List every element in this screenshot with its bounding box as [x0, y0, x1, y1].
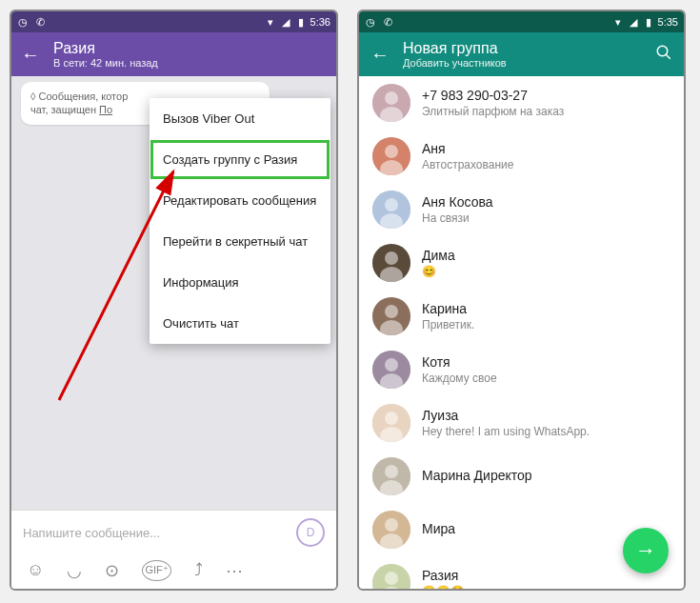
contact-name: Марина Директор: [422, 468, 532, 483]
contact-row[interactable]: АняАвтострахование: [359, 130, 684, 183]
contact-status: 😊: [422, 265, 455, 278]
statusbar: ◷ ✆ ▾ ◢ ▮ 5:36: [11, 11, 336, 32]
contact-name: Котя: [422, 354, 497, 370]
app-icon: ◷: [365, 16, 376, 28]
last-seen: В сети: 42 мин. назад: [53, 57, 158, 69]
contacts-list[interactable]: +7 983 290-03-27Элитный парфюм на заказА…: [359, 76, 684, 589]
viber-phone: ◷ ✆ ▾ ◢ ▮ 5:36 ← Разия В сети: 42 мин. н…: [10, 10, 338, 591]
contact-name: Карина: [422, 301, 474, 316]
signal-icon: ◢: [280, 16, 291, 28]
battery-icon: ▮: [643, 16, 654, 28]
svg-point-17: [385, 251, 398, 265]
statusbar-time: 5:36: [310, 16, 330, 28]
avatar: [372, 351, 410, 389]
contact-row[interactable]: КотяКаждому свое: [359, 343, 684, 396]
svg-point-32: [385, 518, 398, 532]
svg-point-35: [385, 572, 398, 585]
avatar: [372, 511, 410, 549]
contact-row[interactable]: Аня КосоваНа связи: [359, 183, 684, 236]
emoji-icon[interactable]: ☺: [27, 560, 44, 581]
chat-title: Разия: [53, 40, 158, 57]
statusbar-time: 5:35: [658, 16, 678, 28]
avatar: [372, 457, 410, 495]
contact-row[interactable]: Дима😊: [359, 236, 684, 290]
contact-name: Разия: [422, 568, 630, 583]
contact-status: Автострахование: [422, 158, 513, 171]
contact-name: +7 983 290-03-27: [422, 88, 564, 103]
contact-name: Аня: [422, 141, 513, 156]
wifi-icon: ▾: [265, 16, 276, 28]
back-button[interactable]: ←: [370, 44, 390, 66]
camera-icon[interactable]: ⊙: [105, 560, 119, 581]
app-icon: ◷: [17, 16, 29, 28]
input-bar: Напишите сообщение... D ☺ ◡ ⊙ GIF⁺ ⤴ ⋯: [11, 510, 336, 589]
menu-clear-chat[interactable]: Очистить чат: [150, 303, 330, 344]
menu-edit-messages[interactable]: Редактировать сообщения: [150, 180, 330, 221]
sticker-icon[interactable]: ◡: [67, 560, 82, 581]
whatsapp-status-icon: ✆: [382, 16, 393, 28]
svg-point-14: [385, 198, 398, 211]
menu-create-group[interactable]: Создать группу с Разия: [150, 139, 330, 180]
menu-secret-chat[interactable]: Перейти в секретный чат: [150, 221, 330, 262]
contact-status: На связи: [422, 211, 493, 225]
svg-point-23: [385, 358, 398, 372]
contact-status: 😊😊😟жизнь прекрасна живи мгновен: [422, 585, 630, 589]
svg-line-6: [666, 54, 670, 59]
send-button[interactable]: D: [296, 518, 325, 547]
svg-point-29: [385, 465, 398, 478]
more-icon[interactable]: ⋯: [226, 560, 243, 581]
signal-icon: ◢: [628, 16, 639, 28]
contact-row[interactable]: ЛуизаHey there! I am using WhatsApp.: [359, 396, 684, 450]
contact-row[interactable]: Марина Директор: [359, 450, 684, 503]
attach-icon[interactable]: ⤴: [194, 560, 203, 581]
header-title: Новая группа: [403, 40, 507, 57]
chat-body: ◊ Сообщения, котор чат, защищен По 4:54 …: [11, 76, 336, 510]
whatsapp-phone: ◷ ✆ ▾ ◢ ▮ 5:35 ← Новая группа Добавить у…: [357, 10, 686, 591]
svg-point-8: [385, 91, 398, 105]
avatar: [372, 244, 410, 282]
contact-row[interactable]: КаринаПриветик.: [359, 290, 684, 343]
battery-icon: ▮: [295, 16, 307, 28]
wifi-icon: ▾: [612, 16, 624, 28]
back-button[interactable]: ←: [21, 44, 40, 66]
chat-header: ← Разия В сети: 42 мин. назад: [11, 32, 336, 76]
contact-status: Каждому свое: [422, 372, 497, 385]
avatar: [372, 564, 410, 589]
search-icon[interactable]: [655, 44, 672, 66]
svg-point-11: [385, 145, 398, 158]
svg-point-5: [657, 46, 668, 56]
encryption-link[interactable]: По: [99, 104, 112, 115]
menu-info[interactable]: Информация: [150, 262, 330, 303]
avatar: [372, 84, 410, 122]
contact-row[interactable]: +7 983 290-03-27Элитный парфюм на заказ: [359, 76, 684, 130]
context-menu: Вызов Viber Out Создать группу с Разия Р…: [150, 98, 330, 344]
avatar: [372, 137, 410, 175]
header-sub: Добавить участников: [403, 57, 507, 69]
avatar: [372, 297, 410, 335]
gif-icon[interactable]: GIF⁺: [142, 560, 170, 581]
contact-name: Дима: [422, 248, 455, 263]
avatar: [372, 191, 410, 229]
next-fab[interactable]: →: [623, 528, 669, 573]
message-input[interactable]: Напишите сообщение...: [23, 526, 160, 540]
contact-status: Hey there! I am using WhatsApp.: [422, 425, 590, 438]
whatsapp-status-icon: ✆: [34, 16, 46, 28]
contact-name: Мира: [422, 521, 455, 536]
menu-viber-out[interactable]: Вызов Viber Out: [150, 98, 330, 139]
svg-point-26: [385, 412, 398, 425]
contact-status: Приветик.: [422, 318, 474, 332]
avatar: [372, 404, 410, 442]
contact-name: Луиза: [422, 408, 590, 423]
contact-name: Аня Косова: [422, 194, 493, 210]
statusbar: ◷ ✆ ▾ ◢ ▮ 5:35: [359, 11, 684, 32]
svg-point-20: [385, 305, 398, 318]
new-group-header: ← Новая группа Добавить участников: [359, 32, 684, 76]
contact-status: Элитный парфюм на заказ: [422, 105, 564, 118]
